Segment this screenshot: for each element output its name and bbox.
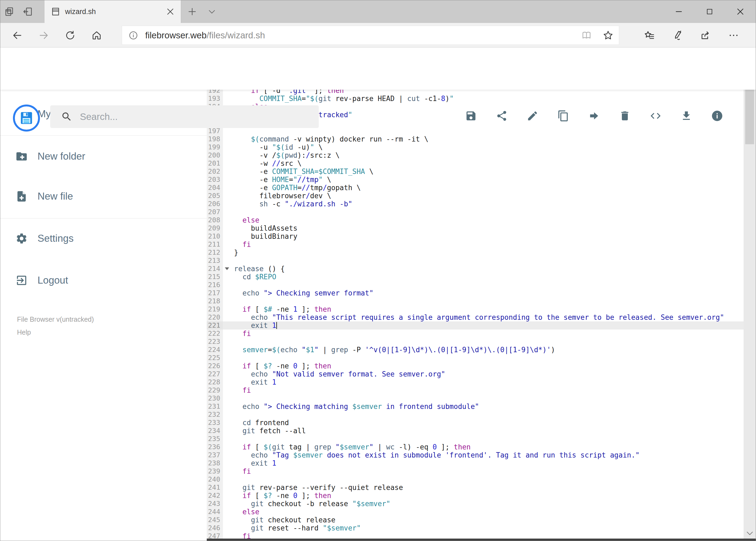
- address-bar[interactable]: filebrowser.web/files/wizard.sh: [122, 26, 619, 45]
- code-line-241[interactable]: 241 git rev-parse --verify --quiet relea…: [207, 483, 744, 492]
- editor-horizontal-scrollbar[interactable]: [207, 539, 756, 541]
- code-line-201[interactable]: 201 -w //src \: [207, 159, 744, 168]
- copy-button[interactable]: [548, 95, 579, 137]
- line-number: 202: [207, 168, 223, 176]
- code-line-247[interactable]: 247 fi: [207, 532, 744, 539]
- back-button[interactable]: [4, 23, 31, 48]
- close-tab-icon[interactable]: [166, 7, 175, 16]
- home-button[interactable]: [84, 23, 110, 48]
- page-scrollbar[interactable]: [744, 48, 756, 541]
- code-line-207[interactable]: 207: [207, 208, 744, 216]
- refresh-button[interactable]: [57, 23, 84, 48]
- info-button[interactable]: [702, 95, 732, 137]
- code-line-215[interactable]: 215 cd $REPO: [207, 273, 744, 281]
- code-line-222[interactable]: 222 fi: [207, 329, 744, 337]
- line-number: 227: [207, 370, 223, 378]
- search-input[interactable]: Search...: [50, 105, 319, 128]
- scroll-down-icon[interactable]: [744, 527, 756, 539]
- code-line-225[interactable]: 225: [207, 354, 744, 362]
- code-editor[interactable]: 192 if [ -d ".git" ]; then193 COMMIT_SHA…: [207, 90, 744, 539]
- sidebar-item-new-folder[interactable]: New folder: [15, 144, 85, 169]
- code-line-214[interactable]: 214release () {: [207, 265, 744, 273]
- tab-preview-icon[interactable]: [0, 0, 19, 23]
- code-line-202[interactable]: 202 -e COMMIT_SHA=$COMMIT_SHA \: [207, 168, 744, 176]
- code-line-216[interactable]: 216: [207, 281, 744, 289]
- code-line-217[interactable]: 217 echo "> Checking semver format": [207, 289, 744, 297]
- code-line-236[interactable]: 236 if [ $(git tag | grep "$semver" | wc…: [207, 443, 744, 451]
- code-line-230[interactable]: 230: [207, 394, 744, 402]
- code-line-239[interactable]: 239 fi: [207, 467, 744, 475]
- favorite-star-icon[interactable]: [597, 30, 619, 41]
- forward-button[interactable]: [31, 23, 57, 48]
- code-line-227[interactable]: 227 echo "Not valid semver format. See s…: [207, 370, 744, 378]
- site-info-icon[interactable]: [128, 31, 138, 40]
- code-line-240[interactable]: 240: [207, 475, 744, 483]
- code-line-203[interactable]: 203 -e HOME="//tmp" \: [207, 176, 744, 184]
- delete-button[interactable]: [610, 95, 640, 137]
- code-line-208[interactable]: 208 else: [207, 216, 744, 224]
- code-line-223[interactable]: 223: [207, 337, 744, 346]
- reading-view-icon[interactable]: [576, 30, 597, 41]
- close-window-button[interactable]: [725, 0, 756, 23]
- line-number: 201: [207, 159, 223, 168]
- download-button[interactable]: [671, 95, 702, 137]
- help-link[interactable]: Help: [17, 328, 31, 336]
- code-line-243[interactable]: 243 git checkout -b release "$semver": [207, 500, 744, 508]
- more-icon[interactable]: [720, 23, 748, 48]
- annotate-icon[interactable]: [663, 23, 691, 48]
- code-line-205[interactable]: 205 filebrowser/dev \: [207, 192, 744, 200]
- code-line-224[interactable]: 224 semver=$(echo "$1" | grep -P '^v(0|[…: [207, 346, 744, 354]
- code-line-228[interactable]: 228 exit 1: [207, 378, 744, 386]
- favorites-hub-icon[interactable]: [635, 23, 663, 48]
- code-line-219[interactable]: 219 if [ $# -ne 1 ]; then: [207, 305, 744, 313]
- code-line-234[interactable]: 234 git fetch --all: [207, 427, 744, 435]
- code-line-246[interactable]: 246 git reset --hard "$semver": [207, 524, 744, 532]
- line-number: 197: [207, 127, 223, 135]
- share-page-icon[interactable]: [691, 23, 720, 48]
- code-line-242[interactable]: 242 if [ $? -ne 0 ]; then: [207, 492, 744, 500]
- new-tab-button[interactable]: [183, 0, 202, 23]
- code-line-213[interactable]: 213: [207, 257, 744, 265]
- edit-button[interactable]: [517, 95, 548, 137]
- save-button[interactable]: [456, 95, 486, 137]
- sidebar-item-settings[interactable]: Settings: [15, 226, 74, 251]
- tab-list-chevron-icon[interactable]: [202, 0, 222, 23]
- code-line-221[interactable]: 221 exit 1: [207, 321, 744, 329]
- code-line-212[interactable]: 212}: [207, 249, 744, 257]
- code-line-229[interactable]: 229 fi: [207, 386, 744, 394]
- filebrowser-logo[interactable]: [13, 105, 40, 132]
- maximize-button[interactable]: [694, 0, 725, 23]
- minimize-button[interactable]: [663, 0, 694, 23]
- line-number: 219: [207, 305, 223, 313]
- code-line-210[interactable]: 210 buildBinary: [207, 232, 744, 241]
- code-line-245[interactable]: 245 git checkout release: [207, 516, 744, 524]
- code-line-220[interactable]: 220 echo "This release script requires a…: [207, 313, 744, 321]
- code-line-192[interactable]: 192 if [ -d ".git" ]; then: [207, 90, 744, 95]
- code-line-206[interactable]: 206 sh -c "./wizard.sh -b": [207, 200, 744, 208]
- browser-tab[interactable]: wizard.sh: [45, 0, 181, 23]
- code-line-244[interactable]: 244 else: [207, 508, 744, 516]
- code-line-233[interactable]: 233 cd frontend: [207, 419, 744, 427]
- sidebar-item-new-file[interactable]: New file: [15, 184, 73, 209]
- code-line-209[interactable]: 209 buildAssets: [207, 224, 744, 232]
- code-line-226[interactable]: 226 if [ $? -ne 0 ]; then: [207, 362, 744, 370]
- code-line-211[interactable]: 211 fi: [207, 241, 744, 249]
- tabs-aside-icon[interactable]: [19, 0, 37, 23]
- line-content: if [ -d ".git" ]; then: [223, 90, 744, 95]
- code-line-238[interactable]: 238 exit 1: [207, 459, 744, 467]
- code-line-235[interactable]: 235: [207, 435, 744, 443]
- move-button[interactable]: [579, 95, 610, 137]
- sidebar-item-logout[interactable]: Logout: [15, 268, 68, 293]
- code-button[interactable]: [640, 95, 671, 137]
- code-line-237[interactable]: 237 echo "Tag $semver does not exist in …: [207, 451, 744, 459]
- code-line-200[interactable]: 200 -v /$(pwd):/src:z \: [207, 151, 744, 159]
- code-line-231[interactable]: 231 echo "> Checking matching $semver in…: [207, 402, 744, 410]
- line-content: release () {: [223, 265, 744, 273]
- code-line-199[interactable]: 199 -u "$(id -u)" \: [207, 143, 744, 151]
- share-button[interactable]: [486, 95, 517, 137]
- fold-arrow-icon[interactable]: [225, 268, 229, 270]
- code-line-204[interactable]: 204 -e GOPATH=//tmp/gopath \: [207, 184, 744, 192]
- code-line-232[interactable]: 232: [207, 410, 744, 419]
- line-content: exit 1: [223, 378, 744, 386]
- code-line-218[interactable]: 218: [207, 297, 744, 305]
